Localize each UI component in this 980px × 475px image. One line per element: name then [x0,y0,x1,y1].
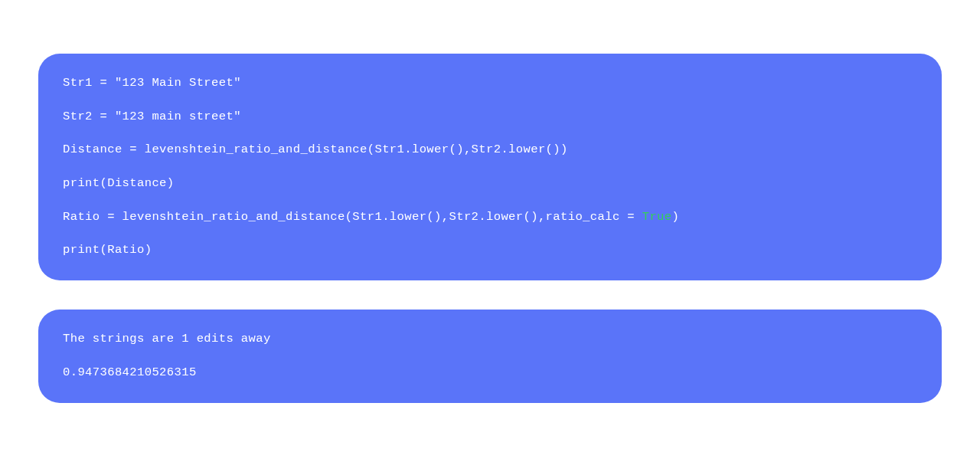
code-line: print(Ratio) [63,242,917,259]
code-text: Ratio = levenshtein_ratio_and_distance(S… [63,210,642,224]
output-line: The strings are 1 edits away [63,331,917,348]
code-block-output: The strings are 1 edits away 0.947368421… [38,310,942,402]
code-line: Distance = levenshtein_ratio_and_distanc… [63,142,917,159]
code-line: Str1 = "123 Main Street" [63,75,917,92]
code-text: ) [672,210,680,224]
code-block-source: Str1 = "123 Main Street" Str2 = "123 mai… [38,54,942,280]
code-line: Ratio = levenshtein_ratio_and_distance(S… [63,209,917,226]
code-line: Str2 = "123 main street" [63,109,917,126]
output-line: 0.9473684210526315 [63,365,917,382]
code-line: print(Distance) [63,175,917,192]
keyword-true: True [642,210,672,224]
